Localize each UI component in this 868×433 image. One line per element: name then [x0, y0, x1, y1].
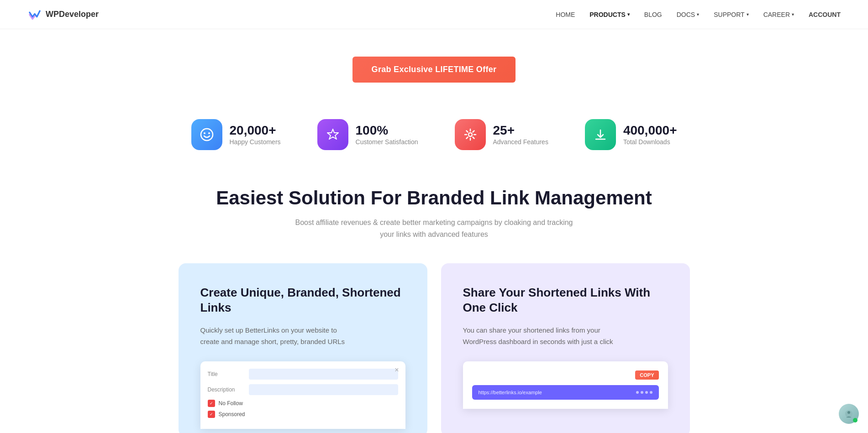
feature-card-share-links: Share Your Shortened Links With One Clic… — [441, 263, 690, 433]
cta-button[interactable]: Grab Exclusive LIFETIME Offer — [352, 57, 516, 83]
stat-text-satisfaction: 100% Customer Satisfaction — [356, 124, 418, 146]
url-dot-4 — [650, 391, 652, 394]
mockup-title-row: Title — [208, 369, 398, 380]
card-mockup-1: × Title Description ✓ No Follow ✓ Sponso… — [200, 361, 405, 429]
stat-number-satisfaction: 100% — [356, 124, 418, 138]
nav-home[interactable]: HOME — [556, 11, 575, 18]
smile-icon — [191, 119, 222, 150]
stat-item-satisfaction: 100% Customer Satisfaction — [317, 119, 418, 150]
stat-text-customers: 20,000+ Happy Customers — [230, 124, 281, 146]
mockup-nofollow-row: ✓ No Follow — [208, 400, 398, 407]
logo-icon — [27, 7, 42, 22]
url-bar: https://betterlinks.io/example — [472, 385, 659, 400]
chevron-down-icon: ▾ — [747, 12, 749, 17]
chevron-down-icon: ▾ — [792, 12, 794, 17]
hero-subtitle: Boost affiliate revenues & create better… — [288, 217, 580, 240]
svg-point-1 — [201, 129, 213, 141]
stat-number-features: 25+ — [493, 124, 548, 138]
navigation: WPDeveloper HOME PRODUCTS ▾ BLOG DOCS ▾ … — [0, 0, 868, 29]
hero-section: Easiest Solution For Branded Link Manage… — [179, 177, 690, 259]
stat-label-satisfaction: Customer Satisfaction — [356, 138, 418, 146]
url-dots — [636, 391, 652, 394]
main-content: Grab Exclusive LIFETIME Offer 20,000+ Ha… — [160, 29, 708, 433]
mockup-desc-row: Description — [208, 384, 398, 395]
url-text: https://betterlinks.io/example — [479, 390, 542, 395]
feature-card-2-title: Share Your Shortened Links With One Clic… — [463, 285, 668, 316]
svg-point-4 — [468, 133, 472, 136]
url-dot-1 — [636, 391, 639, 394]
stat-label-features: Advanced Features — [493, 138, 548, 146]
copy-badge[interactable]: COPY — [635, 370, 658, 380]
mockup-desc-label: Description — [208, 386, 244, 393]
star-icon — [317, 119, 348, 150]
live-dot — [853, 418, 857, 423]
mockup-title-input[interactable] — [249, 369, 398, 380]
mockup-sponsored-row: ✓ Sponsored — [208, 411, 398, 418]
gear-icon — [455, 119, 486, 150]
chevron-down-icon: ▾ — [697, 12, 699, 17]
nav-career[interactable]: CAREER ▾ — [763, 11, 794, 18]
mockup-desc-input[interactable] — [249, 384, 398, 395]
feature-card-branded-links: Create Unique, Branded, Shortened Links … — [179, 263, 427, 433]
mockup-title-label: Title — [208, 371, 244, 377]
nav-account[interactable]: ACCOUNT — [809, 11, 841, 18]
feature-cards-section: Create Unique, Branded, Shortened Links … — [179, 259, 690, 433]
chevron-down-icon: ▾ — [627, 12, 630, 17]
svg-point-6 — [847, 411, 850, 414]
hero-title: Easiest Solution For Branded Link Manage… — [179, 187, 690, 209]
nav-blog[interactable]: BLOG — [644, 11, 662, 18]
sponsored-checkbox[interactable]: ✓ — [208, 411, 215, 418]
nav-links: HOME PRODUCTS ▾ BLOG DOCS ▾ SUPPORT ▾ CA… — [556, 11, 841, 18]
logo-text: WPDeveloper — [46, 10, 99, 19]
svg-point-3 — [208, 132, 210, 134]
logo[interactable]: WPDeveloper — [27, 7, 99, 22]
sponsored-label: Sponsored — [219, 411, 245, 417]
nav-products[interactable]: PRODUCTS ▾ — [589, 11, 630, 18]
stat-number-downloads: 400,000+ — [623, 124, 677, 138]
stat-item-customers: 20,000+ Happy Customers — [191, 119, 281, 150]
stat-text-features: 25+ Advanced Features — [493, 124, 548, 146]
stat-label-customers: Happy Customers — [230, 138, 281, 146]
feature-card-2-desc: You can share your shortened links from … — [463, 325, 618, 348]
card-mockup-2: COPY https://betterlinks.io/example — [463, 361, 668, 409]
nofollow-checkbox[interactable]: ✓ — [208, 400, 215, 407]
feature-card-1-title: Create Unique, Branded, Shortened Links — [200, 285, 405, 316]
feature-card-1-desc: Quickly set up BetterLinks on your websi… — [200, 325, 356, 348]
nofollow-label: No Follow — [219, 400, 243, 407]
stat-item-downloads: 400,000+ Total Downloads — [585, 119, 677, 150]
stats-section: 20,000+ Happy Customers 100% Customer Sa… — [179, 101, 690, 177]
url-dot-3 — [645, 391, 648, 394]
live-indicator — [839, 404, 859, 424]
cta-section: Grab Exclusive LIFETIME Offer — [179, 29, 690, 101]
stat-item-features: 25+ Advanced Features — [455, 119, 548, 150]
stat-label-downloads: Total Downloads — [623, 138, 677, 146]
svg-point-2 — [204, 132, 205, 134]
nav-support[interactable]: SUPPORT ▾ — [714, 11, 748, 18]
url-dot-2 — [641, 391, 643, 394]
stat-text-downloads: 400,000+ Total Downloads — [623, 124, 677, 146]
nav-docs[interactable]: DOCS ▾ — [677, 11, 699, 18]
close-icon[interactable]: × — [395, 366, 399, 374]
stat-number-customers: 20,000+ — [230, 124, 281, 138]
download-icon — [585, 119, 616, 150]
